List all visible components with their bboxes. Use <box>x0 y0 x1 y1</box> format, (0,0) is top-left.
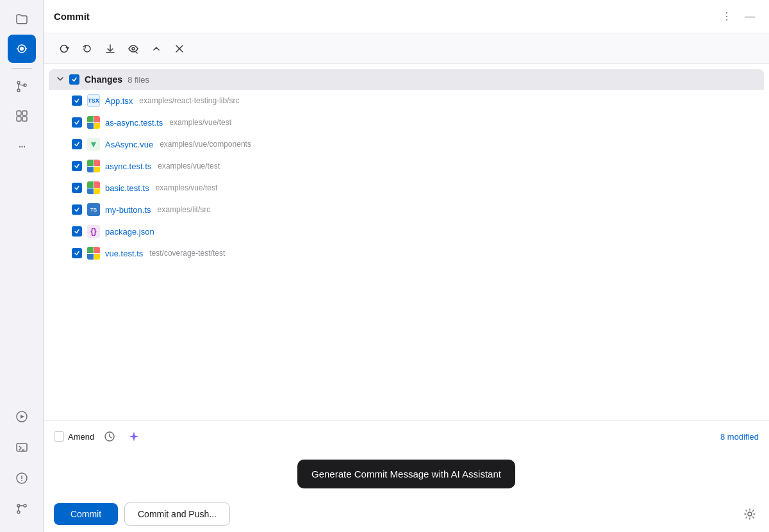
svg-point-5 <box>17 89 20 92</box>
file-name: App.tsx <box>105 96 133 106</box>
ts-colored-file-icon <box>87 116 100 129</box>
bottom-bar: Amend 8 modified <box>44 420 769 452</box>
svg-rect-10 <box>17 117 21 121</box>
svg-point-25 <box>132 47 135 50</box>
minimize-button[interactable]: — <box>741 8 759 26</box>
file-checkbox[interactable] <box>72 248 82 258</box>
changes-header[interactable]: Changes 8 files <box>49 69 764 90</box>
eye-button[interactable] <box>123 38 144 59</box>
list-item[interactable]: async.test.ts examples/vue/test <box>49 155 764 177</box>
file-name: async.test.ts <box>105 162 151 171</box>
amend-wrapper: Amend <box>54 431 94 442</box>
changes-group: Changes 8 files TSX App.tsx examples/rea… <box>49 69 764 264</box>
list-item[interactable]: ▼ AsAsync.vue examples/vue/components <box>49 133 764 155</box>
branch-nav-icon[interactable] <box>8 72 36 101</box>
ts-plain-file-icon: TS <box>87 203 100 216</box>
modified-count: 8 modified <box>720 432 759 442</box>
svg-point-30 <box>748 512 752 516</box>
action-buttons: Commit Commit and Push... <box>44 496 769 532</box>
file-name: package.json <box>105 227 154 237</box>
svg-line-26 <box>136 52 137 53</box>
ts-colored-file-icon <box>87 181 100 194</box>
file-path: examples/vue/test <box>158 162 220 170</box>
changes-count: 8 files <box>128 75 149 85</box>
file-path: examples/vue/test <box>169 118 231 127</box>
file-checkbox[interactable] <box>72 226 82 237</box>
svg-rect-11 <box>22 117 27 121</box>
git-nav-icon[interactable] <box>8 495 36 523</box>
file-path: test/coverage-test/test <box>149 249 225 258</box>
file-checkbox[interactable] <box>72 204 82 215</box>
svg-point-4 <box>17 81 20 84</box>
sidebar: ··· <box>0 0 44 532</box>
extensions-nav-icon[interactable] <box>8 102 36 130</box>
file-path: examples/react-testing-lib/src <box>139 96 239 105</box>
file-checkbox[interactable] <box>72 139 82 149</box>
svg-rect-8 <box>17 111 21 115</box>
warning-icon[interactable] <box>8 464 36 492</box>
run-icon[interactable] <box>8 403 36 431</box>
vue-file-icon: ▼ <box>87 138 100 151</box>
commit-nav-icon[interactable] <box>8 35 36 63</box>
more-nav-icon[interactable]: ··· <box>8 131 36 160</box>
tooltip-wrapper: Generate Commit Message with AI Assistan… <box>44 452 769 496</box>
ts-colored-file-icon <box>87 160 100 172</box>
file-path: examples/vue/test <box>156 183 218 192</box>
main-panel: Commit ⋮ — <box>44 0 769 532</box>
sidebar-divider-1 <box>12 68 32 69</box>
sidebar-top: ··· <box>0 0 43 161</box>
list-item[interactable]: {} package.json <box>49 220 764 242</box>
file-name: AsAsync.vue <box>105 140 153 149</box>
list-item[interactable]: as-async.test.ts examples/vue/test <box>49 112 764 133</box>
commit-push-button[interactable]: Commit and Push... <box>124 503 230 526</box>
ts-colored-file-icon <box>87 247 100 260</box>
history-button[interactable] <box>101 428 119 445</box>
amend-label: Amend <box>68 432 94 442</box>
settings-button[interactable] <box>741 505 759 523</box>
file-checkbox[interactable] <box>72 96 82 106</box>
list-item[interactable]: basic.test.ts examples/vue/test <box>49 177 764 199</box>
svg-point-21 <box>17 511 20 513</box>
list-item[interactable]: vue.test.ts test/coverage-test/test <box>49 242 764 264</box>
refresh-button[interactable] <box>54 38 74 59</box>
expand-button[interactable] <box>146 38 167 59</box>
changes-chevron-icon <box>56 75 64 85</box>
tsx-file-icon: TSX <box>87 94 100 107</box>
changes-checkbox[interactable] <box>69 74 79 85</box>
folder-icon[interactable] <box>8 5 36 33</box>
svg-point-0 <box>20 47 24 51</box>
list-item[interactable]: TSX App.tsx examples/react-testing-lib/s… <box>49 90 764 112</box>
json-file-icon: {} <box>87 225 100 238</box>
terminal-icon[interactable] <box>8 433 36 461</box>
list-item[interactable]: TS my-button.ts examples/lit/src <box>49 199 764 220</box>
close-toolbar-button[interactable] <box>169 38 190 59</box>
changes-label: Changes <box>85 74 122 85</box>
file-list-area: Changes 8 files TSX App.tsx examples/rea… <box>44 64 769 420</box>
file-name: as-async.test.ts <box>105 118 163 128</box>
svg-point-18 <box>21 480 22 481</box>
amend-checkbox[interactable] <box>54 431 64 442</box>
commit-button[interactable]: Commit <box>54 503 118 525</box>
file-name: vue.test.ts <box>105 249 143 258</box>
file-name: my-button.ts <box>105 205 151 215</box>
page-title: Commit <box>54 11 90 22</box>
file-checkbox[interactable] <box>72 117 82 128</box>
sparkle-button[interactable] <box>125 428 143 445</box>
file-checkbox[interactable] <box>72 183 82 193</box>
toolbar <box>44 33 769 64</box>
header-actions: ⋮ — <box>718 8 759 26</box>
file-path: examples/vue/components <box>160 140 251 149</box>
ai-tooltip: Generate Commit Message with AI Assistan… <box>297 460 515 488</box>
file-name: basic.test.ts <box>105 183 149 193</box>
svg-rect-9 <box>22 111 27 115</box>
sidebar-bottom <box>0 403 43 532</box>
svg-marker-13 <box>21 415 24 419</box>
more-options-button[interactable]: ⋮ <box>718 8 736 26</box>
file-checkbox[interactable] <box>72 161 82 171</box>
svg-point-20 <box>24 504 26 507</box>
undo-button[interactable] <box>77 38 97 59</box>
file-path: examples/lit/src <box>158 205 211 214</box>
header: Commit ⋮ — <box>44 0 769 33</box>
download-button[interactable] <box>100 38 120 59</box>
